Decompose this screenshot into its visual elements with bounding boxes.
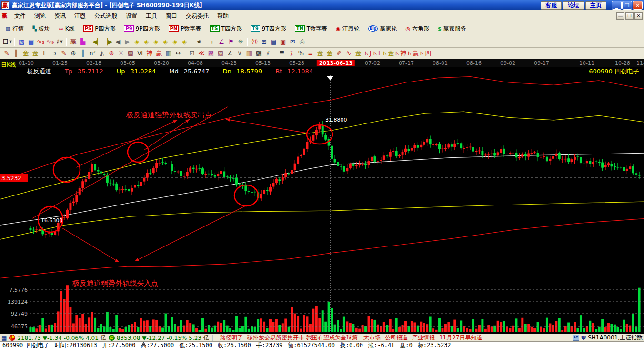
market-grid-icon[interactable]: ▦ [1,335,7,341]
single-candle-dropdown-icon[interactable]: ▼ [60,40,63,44]
grid-box-icon[interactable]: ▩ [126,49,135,58]
zoom-out-h-icon[interactable]: ◈ [132,37,141,46]
child-close-button[interactable]: ✕ [634,12,643,20]
menu-item-help[interactable]: 帮助 [213,10,233,21]
tick-ruler-icon[interactable]: ╫ [78,49,88,58]
winner-logo-icon[interactable]: 赢 [69,37,78,46]
grid-fine-icon[interactable]: ▦ [244,49,254,58]
save-icon[interactable]: ▣ [278,37,288,46]
target-tool-icon[interactable]: ⊕ [107,49,116,58]
mail-icon[interactable]: ✉ [288,37,297,46]
close-button[interactable]: ✕ [633,1,643,10]
mirror-tool-icon[interactable]: ◭ [97,49,107,58]
toolbar-button-quotes[interactable]: ▦行情 [2,23,28,35]
news-headline-link[interactable]: 碳排放交易所密集开市 我国有望成为全球第二大市场 [247,334,381,341]
volume-histogram-icon[interactable]: ▙ [78,37,88,46]
gold-grid-2-icon[interactable]: 金 [30,49,40,58]
pattern-tool-icon[interactable]: ✳ [236,37,245,46]
calendar-icon[interactable]: ㉑ [250,37,259,46]
news-headline-link[interactable]: 产业情报 [412,334,435,341]
price-scale-icon[interactable]: ≣ [277,49,287,58]
expand-h-icon[interactable]: ◈ [151,37,161,46]
menu-item-news[interactable]: 资讯 [50,10,70,21]
flag-tool-icon[interactable]: ⚑ [226,37,236,46]
toolbar-button-p-square[interactable]: PSP四方形 [80,23,120,35]
angle-gold-icon[interactable]: ⊾金 [382,49,394,58]
menu-item-gann[interactable]: 江恩 [70,10,90,21]
ruler-ticks-icon[interactable]: ╫ [11,49,21,58]
pen-mark-icon[interactable]: ✐ [334,49,344,58]
child-restore-button[interactable]: ❐ [625,12,634,20]
forum-button[interactable]: 论坛 [563,1,584,10]
grid-coarse-icon[interactable]: ▩ [254,49,263,58]
index-shortcut-label[interactable]: SH1A0001,上证指数 [588,334,643,341]
angle-j-icon[interactable]: ⊾J [363,49,372,58]
period-day-selector-dropdown-icon[interactable]: ▼ [9,40,12,44]
printer-icon[interactable]: ⎙ [297,37,307,46]
menu-item-browse[interactable]: 浏览 [30,10,50,21]
zoom-in-h-icon[interactable]: ◈ [141,37,151,46]
toolbar-button-t-square[interactable]: TST四方形 [206,23,246,35]
toolbar-button-t-number-table[interactable]: TNT数字表 [291,23,332,35]
toolbar-button-winner-wheel[interactable]: Big赢家轮 [364,23,401,35]
gold-grid-1-icon[interactable]: 金 [21,49,30,58]
toolbar-button-9p-square[interactable]: P99P四方形 [120,23,163,35]
compress-h-icon[interactable]: ◈ [161,37,170,46]
news-headline-link[interactable]: 11月27日早知道 [439,334,483,341]
spiral-tool-icon[interactable]: ɔ [50,49,59,58]
ma9-lines-icon[interactable]: ∿₉ [45,37,55,46]
gold-angle-icon[interactable]: 金 [353,49,363,58]
parallel-lines-icon[interactable]: ⫽ [263,49,273,58]
toolbar-button-gann-wheel[interactable]: ◉江恩轮 [332,23,363,35]
star-grid-icon[interactable]: ✳ [116,49,126,58]
win-tool-icon[interactable]: 赢 [154,49,164,58]
minimize-button[interactable]: _ [612,1,622,10]
menu-item-trade[interactable]: 交易委托 [181,10,213,21]
homepage-button[interactable]: 主页 [585,1,606,10]
menu-item-settings[interactable]: 设置 [121,10,141,21]
gold-section-icon[interactable]: 金 [315,49,325,58]
kline-chart-canvas[interactable]: 7.57761391249274946375极反通道强势外轨线卖出点极反通道弱势… [0,75,644,334]
overlay-chart-icon[interactable]: ▧ [17,37,26,46]
menu-item-file[interactable]: 文件 [10,10,30,21]
toolbar-button-winner-service[interactable]: $赢家服务 [434,23,470,35]
angle-si-icon[interactable]: ⊾四 [419,49,432,58]
angle-measure-icon[interactable]: ∠ [217,37,226,46]
expand-all-icon[interactable]: ◈ [170,37,180,46]
level-lines-icon[interactable]: ≡ [306,49,315,58]
single-candle-icon[interactable]: ♯▼ [55,37,64,46]
ma3-lines-icon[interactable]: ∿₃ [36,37,45,46]
period-day-selector-icon[interactable]: 日▼ [2,37,12,46]
jump-first-icon[interactable]: ◀▏ [92,37,102,46]
menu-item-tools[interactable]: 工具 [141,10,161,21]
shen-tool-icon[interactable]: 神 [145,49,154,58]
angle-shen-icon[interactable]: ⊾神 [394,49,407,58]
trend-line-icon[interactable]: ∠ [225,49,235,58]
scroll-spinner-icon[interactable]: ▲▼ [573,335,579,341]
cycle-circle-icon[interactable]: ⊕ [69,49,78,58]
box-select-icon[interactable]: ⊡ [187,49,197,58]
step-forward-icon[interactable]: ▶ [122,37,132,46]
notes-icon[interactable]: ▤ [269,37,278,46]
toolbar-button-9t-square[interactable]: T99T四方形 [247,23,290,35]
fib-tool-icon[interactable]: F [40,49,50,58]
menu-item-formula-pick[interactable]: 公式选股 [90,10,121,21]
shape-fill-icon[interactable]: ▨ [206,49,216,58]
wave-tool-icon[interactable]: ∿ [344,49,353,58]
zigzag-line-icon[interactable]: ∨ [235,49,244,58]
info-board-icon[interactable]: ▤ [26,37,36,46]
span-tool-icon[interactable]: ↔ [173,49,183,58]
customer-service-button[interactable]: 客服 [541,1,562,10]
news-headline-link[interactable]: 公司报道 [385,334,408,341]
gold-channel-icon[interactable]: 金 [325,49,334,58]
percent-icon[interactable]: % [296,49,306,58]
jump-last-icon[interactable]: ▕▶ [102,37,113,46]
maximize-button[interactable]: ❐ [622,1,632,10]
expand-v-icon[interactable]: ◈ [180,37,189,46]
toolbar-button-sectors[interactable]: ▚板块 [29,23,53,35]
step-back-icon[interactable]: ◀ [113,37,122,46]
menu-item-window[interactable]: 窗口 [161,10,181,21]
angle-win-icon[interactable]: ⊾赢 [407,49,419,58]
indicator-title[interactable]: 极反通道 [27,67,51,76]
knife-tool-icon[interactable]: ✎ [2,49,11,58]
